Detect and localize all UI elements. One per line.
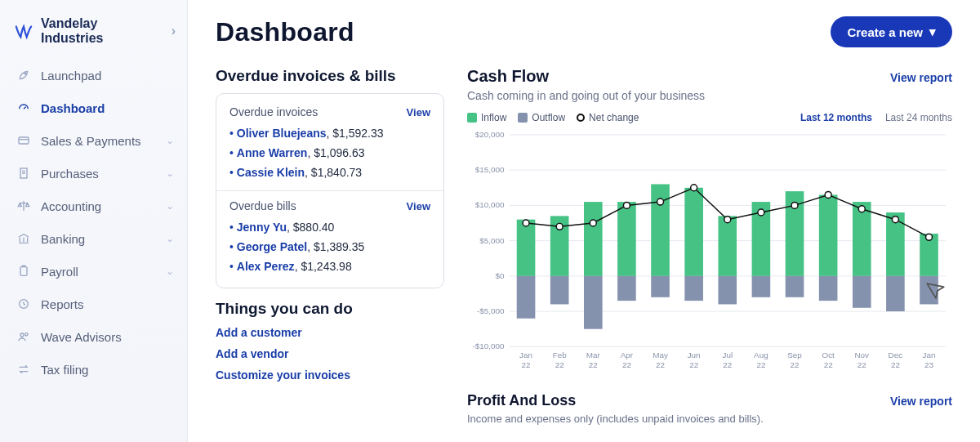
sidebar-item-accounting[interactable]: Accounting⌄ (0, 190, 187, 222)
svg-text:22: 22 (791, 360, 800, 369)
pnl-view-report[interactable]: View report (890, 395, 952, 408)
view-overdue-bills[interactable]: View (407, 200, 430, 212)
svg-text:Sep: Sep (787, 350, 802, 359)
svg-point-76 (623, 202, 630, 208)
list-item: Anne Warren, $1,096.63 (229, 143, 430, 163)
svg-text:Apr: Apr (621, 350, 634, 359)
entity-link[interactable]: Cassie Klein (237, 166, 305, 179)
things-heading: Things you can do (216, 300, 444, 318)
sidebar-item-reports[interactable]: Reports (0, 288, 187, 320)
amount: , $1,840.73 (305, 166, 362, 179)
sidebar-item-tax-filing[interactable]: Tax filing (0, 353, 187, 386)
chevron-down-icon: ⌄ (166, 135, 174, 146)
org-switcher[interactable]: Vandelay Industries › (0, 11, 187, 59)
app-logo-icon (15, 22, 33, 40)
left-column: Overdue invoices & bills Overdue invoice… (216, 67, 444, 425)
entity-link[interactable]: George Patel (237, 240, 307, 253)
svg-point-80 (758, 209, 764, 216)
entity-link[interactable]: Anne Warren (237, 146, 308, 159)
org-name: Vandelay Industries (41, 16, 163, 46)
sidebar: Vandelay Industries › LaunchpadDashboard… (0, 0, 188, 442)
chevron-down-icon: ⌄ (166, 200, 174, 212)
svg-rect-41 (684, 188, 703, 276)
list-item: George Patel, $1,389.35 (229, 237, 430, 257)
range-24[interactable]: Last 24 months (885, 112, 952, 123)
bank-icon (16, 231, 31, 246)
svg-text:22: 22 (756, 360, 765, 369)
receipt-icon (16, 166, 31, 181)
range-12[interactable]: Last 12 months (800, 112, 872, 123)
svg-text:22: 22 (555, 360, 564, 369)
svg-rect-57 (819, 194, 838, 275)
sidebar-item-banking[interactable]: Banking⌄ (0, 222, 187, 255)
sidebar-item-sales-payments[interactable]: Sales & Payments⌄ (0, 124, 187, 157)
create-new-label: Create a new (847, 25, 923, 39)
svg-text:23: 23 (924, 360, 933, 369)
svg-text:22: 22 (824, 360, 833, 369)
svg-text:22: 22 (891, 360, 900, 369)
legend-inflow: Inflow (481, 112, 506, 123)
svg-point-75 (590, 220, 596, 226)
sidebar-item-label: Accounting (41, 199, 101, 213)
quick-action-link[interactable]: Add a vendor (216, 347, 444, 360)
overdue-heading: Overdue invoices & bills (216, 67, 444, 85)
svg-text:-$10,000: -$10,000 (473, 342, 505, 350)
nav: LaunchpadDashboardSales & Payments⌄Purch… (0, 59, 187, 386)
main: Dashboard Create a new ▾ Overdue invoice… (188, 0, 980, 442)
entity-link[interactable]: Alex Perez (237, 260, 295, 273)
entity-link[interactable]: Oliver Bluejeans (237, 127, 327, 140)
sidebar-item-payroll[interactable]: Payroll⌄ (0, 255, 187, 288)
svg-point-5 (20, 333, 24, 337)
gauge-icon (16, 100, 31, 115)
sidebar-item-launchpad[interactable]: Launchpad (0, 59, 187, 92)
legend-net: Net change (589, 112, 639, 123)
cashflow-view-report[interactable]: View report (890, 71, 952, 84)
svg-point-74 (556, 223, 563, 230)
sidebar-item-label: Reports (41, 297, 84, 311)
svg-text:22: 22 (656, 360, 665, 369)
overdue-bills-title: Overdue bills (229, 199, 296, 212)
people-icon (16, 329, 31, 344)
sidebar-item-purchases[interactable]: Purchases⌄ (0, 157, 187, 190)
sidebar-item-label: Purchases (41, 167, 99, 181)
svg-text:Jan: Jan (519, 350, 532, 359)
svg-text:22: 22 (689, 360, 698, 369)
view-overdue-invoices[interactable]: View (407, 106, 430, 118)
sidebar-item-dashboard[interactable]: Dashboard (0, 92, 187, 124)
svg-rect-50 (752, 276, 771, 297)
overdue-invoices-list: Oliver Bluejeans, $1,592.33Anne Warren, … (229, 123, 430, 182)
quick-action-link[interactable]: Add a customer (216, 326, 444, 339)
amount: , $1,243.98 (295, 260, 352, 273)
overdue-bills-list: Jenny Yu, $880.40George Patel, $1,389.35… (229, 217, 430, 276)
chevron-right-icon: › (172, 24, 176, 38)
svg-rect-1 (19, 137, 29, 144)
sidebar-item-wave-advisors[interactable]: Wave Advisors (0, 320, 187, 353)
svg-point-84 (892, 217, 898, 223)
svg-text:Aug: Aug (754, 350, 768, 359)
svg-rect-66 (886, 276, 905, 311)
cashflow-title: Cash Flow (467, 67, 549, 86)
quick-action-link[interactable]: Customize your invoices (216, 368, 444, 382)
svg-rect-38 (651, 276, 670, 297)
svg-rect-42 (684, 276, 703, 301)
svg-rect-37 (651, 184, 670, 275)
entity-link[interactable]: Jenny Yu (237, 221, 287, 234)
sidebar-item-label: Banking (41, 232, 85, 246)
chevron-down-icon: ⌄ (166, 266, 174, 277)
clipboard-icon (16, 264, 31, 279)
clock-icon (16, 297, 31, 311)
pnl-section: Profit And Loss View report Income and e… (467, 392, 952, 425)
page-title: Dashboard (216, 17, 354, 47)
svg-point-73 (523, 220, 529, 226)
svg-text:Jul: Jul (722, 350, 733, 359)
sidebar-item-label: Dashboard (41, 101, 105, 115)
svg-point-83 (858, 206, 865, 212)
svg-rect-29 (584, 202, 603, 276)
sidebar-item-label: Launchpad (41, 69, 101, 83)
create-new-button[interactable]: Create a new ▾ (831, 16, 952, 47)
svg-text:22: 22 (723, 360, 732, 369)
list-item: Cassie Klein, $1,840.73 (229, 163, 430, 182)
divider (216, 190, 443, 191)
right-column: Cash Flow View report Cash coming in and… (467, 67, 952, 425)
range-toggle: Last 12 months Last 24 months (800, 112, 952, 123)
